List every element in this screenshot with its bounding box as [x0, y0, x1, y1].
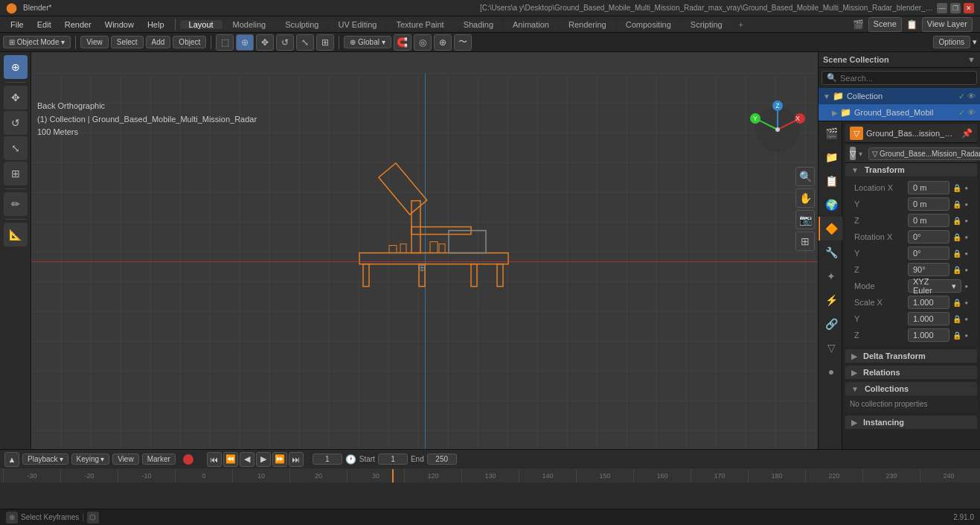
lock-icon-lx[interactable]: 🔒 [952, 184, 961, 192]
tab-modifier-props[interactable]: 🔧 [819, 241, 842, 264]
lock-icon-lz[interactable]: 🔒 [952, 217, 961, 225]
transform-tool-btn[interactable]: ⊞ [4, 162, 28, 185]
tab-shading[interactable]: Shading [455, 20, 502, 29]
tab-scene-props[interactable]: 🌍 [819, 193, 842, 217]
dot-icon-sx[interactable]: ● [964, 299, 968, 306]
move-tool[interactable]: ✥ [256, 34, 274, 51]
lock-icon-sz[interactable]: 🔒 [952, 331, 961, 340]
close-button[interactable]: ✕ [964, 3, 974, 13]
lock-icon-ly[interactable]: 🔒 [952, 200, 961, 209]
zoom-in-btn[interactable]: 🔍 [795, 167, 815, 186]
jump-start-btn[interactable]: ⏮ [207, 452, 222, 467]
measure-tool-btn[interactable]: 📐 [4, 223, 28, 246]
scale-x-value[interactable]: 1.000 [908, 296, 949, 309]
scale-tool-btn[interactable]: ⤡ [4, 136, 28, 160]
lock-icon-sx[interactable]: 🔒 [952, 299, 961, 307]
dot-icon-sz[interactable]: ● [964, 332, 968, 339]
rotation-mode-value[interactable]: XYZ Euler ▾ [908, 279, 961, 293]
collection-check-1[interactable]: ✓ [958, 92, 965, 101]
tab-texture-paint[interactable]: Texture Paint [387, 20, 452, 29]
options-button[interactable]: Options [933, 36, 970, 48]
menu-render[interactable]: Render [59, 19, 97, 31]
tl-collapse[interactable]: ▲ [4, 452, 19, 467]
cursor-tool-btn[interactable]: ⊕ [4, 55, 28, 79]
hand-tool-btn[interactable]: ✋ [795, 188, 815, 208]
delta-transform-header[interactable]: ▶ Delta Transform [845, 349, 977, 363]
snap-toggle[interactable]: 🧲 [394, 34, 411, 51]
menu-edit[interactable]: Edit [31, 19, 57, 31]
pin-icon[interactable]: 📌 [961, 128, 973, 139]
viewport-canvas[interactable]: Back Orthographic (1) Collection | Groun… [31, 73, 818, 449]
record-button[interactable] [183, 454, 193, 465]
play-btn[interactable]: ▶ [256, 452, 271, 467]
tab-constraints-props[interactable]: 🔗 [819, 312, 842, 336]
object-mode-selector[interactable]: ⊞ Object Mode ▾ [3, 36, 71, 48]
tab-layout[interactable]: Layout [180, 20, 222, 29]
dot-icon-mode[interactable]: ● [964, 283, 968, 290]
step-back-btn[interactable]: ⏪ [223, 452, 238, 467]
play-reverse-btn[interactable]: ◀ [240, 452, 254, 467]
dot-icon-lx[interactable]: ● [964, 185, 968, 191]
tab-animation[interactable]: Animation [504, 20, 558, 29]
relations-header[interactable]: ▶ Relations [845, 366, 977, 379]
move-tool-btn[interactable]: ✥ [4, 86, 28, 109]
lock-icon-sy[interactable]: 🔒 [952, 315, 961, 323]
tab-data-props[interactable]: ▽ [819, 336, 842, 360]
collections-header[interactable]: ▼ Collections [845, 382, 977, 395]
add-workspace-tab[interactable]: + [733, 20, 749, 29]
scene-collection-filter-icon[interactable]: ▼ [967, 55, 976, 64]
view-menu-tl[interactable]: View [112, 454, 139, 465]
tab-physics-props[interactable]: ⚡ [819, 288, 842, 312]
location-y-value[interactable]: 0 m [908, 197, 949, 211]
lock-icon-ry[interactable]: 🔒 [952, 249, 961, 258]
tab-material-props[interactable]: ● [819, 360, 842, 384]
tab-render-props[interactable]: 🎬 [819, 121, 842, 145]
marker-menu[interactable]: Marker [142, 454, 176, 465]
tab-object-props[interactable]: 🔶 [819, 217, 842, 241]
minimize-button[interactable]: — [937, 3, 947, 13]
object-menu[interactable]: Object [173, 36, 206, 48]
lock-icon-rz[interactable]: 🔒 [952, 266, 961, 274]
tab-particles-props[interactable]: ✦ [819, 264, 842, 288]
search-input[interactable] [840, 74, 972, 83]
grid-view-btn[interactable]: ⊞ [795, 232, 815, 251]
playback-menu[interactable]: Playback ▾ [22, 454, 68, 465]
jump-end-btn[interactable]: ⏭ [289, 452, 304, 467]
menu-help[interactable]: Help [141, 19, 170, 31]
collection-eye-1[interactable]: 👁 [967, 92, 976, 101]
scale-z-value[interactable]: 1.000 [908, 328, 949, 342]
menu-window[interactable]: Window [99, 19, 140, 31]
tab-viewlayer-props[interactable]: 📋 [819, 169, 842, 193]
menu-file[interactable]: File [4, 19, 30, 31]
rotation-y-value[interactable]: 0° [908, 246, 949, 260]
rotate-tool[interactable]: ↺ [276, 34, 294, 51]
cursor-tool[interactable]: ⊕ [236, 34, 254, 51]
collection-row-main[interactable]: ▼ 📁 Collection ✓ 👁 [819, 88, 980, 104]
instancing-header[interactable]: ▶ Instancing [845, 416, 977, 429]
annotate-tool-btn[interactable]: ✏ [4, 192, 28, 216]
dot-icon-ry[interactable]: ● [964, 250, 968, 257]
tab-sculpting[interactable]: Sculpting [276, 20, 327, 29]
tab-compositing[interactable]: Compositing [617, 20, 680, 29]
rotate-tool-btn[interactable]: ↺ [4, 111, 28, 135]
snap-icon2[interactable]: ⊕ [434, 34, 452, 51]
scale-y-value[interactable]: 1.000 [908, 312, 949, 325]
dot-icon-rz[interactable]: ● [964, 267, 968, 273]
tab-scripting[interactable]: Scripting [682, 20, 731, 29]
start-frame-input[interactable]: 1 [378, 454, 408, 465]
tab-output-props[interactable]: 📁 [819, 145, 842, 169]
viewport[interactable]: Back Orthographic (1) Collection | Groun… [31, 52, 818, 449]
tab-uv-editing[interactable]: UV Editing [329, 20, 385, 29]
rotation-z-value[interactable]: 90° [908, 263, 949, 276]
select-box-tool[interactable]: ⬚ [216, 34, 234, 51]
transform-header[interactable]: ▼ Transform [845, 163, 977, 176]
collection-check-2[interactable]: ✓ [958, 108, 965, 118]
transform-tool[interactable]: ⊞ [316, 34, 334, 51]
tab-rendering[interactable]: Rendering [560, 20, 615, 29]
location-z-value[interactable]: 0 m [908, 214, 949, 227]
add-menu[interactable]: Add [146, 36, 171, 48]
dot-icon-sy[interactable]: ● [964, 316, 968, 322]
keying-menu[interactable]: Keying ▾ [71, 454, 110, 465]
rotation-x-value[interactable]: 0° [908, 230, 949, 244]
dot-icon-ly[interactable]: ● [964, 201, 968, 208]
